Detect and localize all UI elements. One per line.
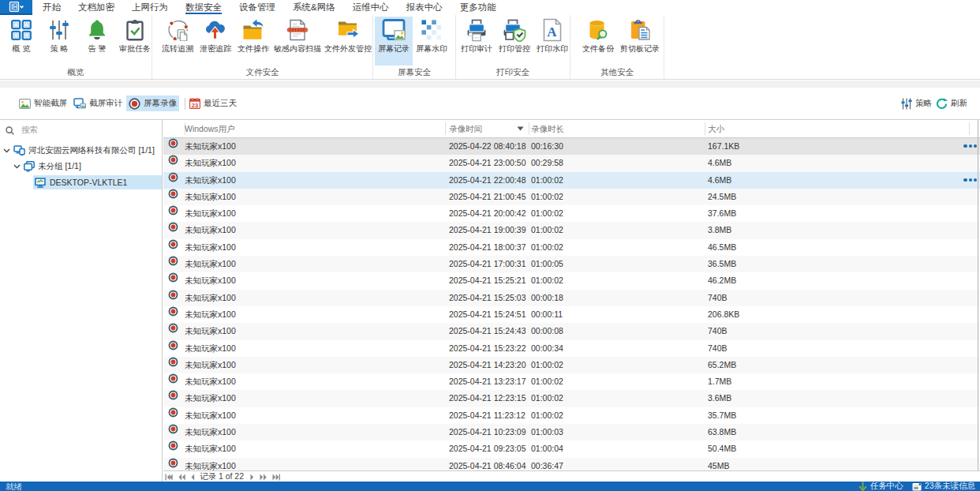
record-dot-icon [168,155,178,165]
ribbon-button-sensitive-scan[interactable]: 敏感内容扫描 [272,17,323,66]
ribbon-button-alert-bell[interactable]: 告 警 [78,17,116,66]
page-last-icon[interactable] [272,474,280,481]
table-row-18[interactable]: 未知玩家x1002025-04-21 10:23:0901:00:0363.8M… [163,424,980,440]
trace-flow-icon [166,18,189,42]
table-row-15[interactable]: 未知玩家x1002025-04-21 13:23:1701:00:021.7MB [163,373,980,390]
tree-node-3[interactable]: DESKTOP-VLKTLE1 [0,174,162,190]
menu-tab-8[interactable]: 报表中心 [398,0,451,15]
page-fastprev-icon[interactable] [178,474,185,481]
page-fastnext-icon[interactable] [260,474,267,481]
toolbar-button-screenshot-audit[interactable]: 截屏审计 [71,96,125,111]
menu-tab-5[interactable]: 设备管理 [230,0,284,15]
cell-duration: 01:00:02 [531,373,563,390]
unread-messages-button[interactable]: 23条未读信息 [912,481,975,491]
ribbon-button-screen-watermark[interactable]: 屏幕水印 [413,17,451,66]
search-placeholder: 搜索 [21,125,38,136]
cell-time: 2025-04-21 15:25:03 [449,290,526,306]
table-row-8[interactable]: 未知玩家x1002025-04-21 17:00:3101:00:0536.5M… [163,256,980,272]
table-row-2[interactable]: 未知玩家x1002025-04-21 23:00:5000:29:584.6MB [163,155,980,171]
cell-time: 2025-04-21 23:00:50 [449,155,526,171]
table-row-20[interactable]: 未知玩家x1002025-04-21 08:46:0400:36:4745MB [163,458,980,470]
computer-icon [34,177,47,188]
ribbon-group: 概 览策 略告 警审批任务概览 [0,15,152,79]
scrollbar[interactable] [978,120,978,470]
row-actions-ellipsis-icon[interactable] [963,144,977,148]
ribbon-button-trace-flow[interactable]: 流转追溯 [159,17,196,66]
toolbar-left-buttons: 智能截屏截屏审计屏幕录像23最近三天 [15,96,239,111]
table-row-5[interactable]: 未知玩家x1002025-04-21 20:00:4201:00:0237.6M… [163,205,980,222]
row-actions-ellipsis-icon[interactable] [963,178,977,182]
page-prev-icon[interactable] [191,474,195,481]
chevron-down-icon[interactable] [13,164,21,169]
menu-tab-7[interactable]: 运维中心 [344,0,398,15]
table-row-19[interactable]: 未知玩家x1002025-04-21 09:23:0501:00:0450.4M… [163,440,980,457]
task-center-button[interactable]: 任务中心 [858,481,903,491]
content-area: 搜索 河北安固云网络科技有限公司 [1/1]未分组 [1/1]DESKTOP-V… [0,119,980,482]
chevron-down-icon[interactable] [3,148,10,153]
ribbon-button-print-audit[interactable]: 打印审计 [458,17,496,66]
toolbar-button-refresh[interactable]: 刷新 [936,96,967,111]
cell-duration: 01:00:03 [531,424,563,440]
ribbon-button-file-operation-folder[interactable]: 文件操作 [234,17,272,66]
app-menu-button[interactable] [0,0,32,15]
table-row-6[interactable]: 未知玩家x1002025-04-21 19:00:3901:00:023.8MB [163,222,980,238]
sort-desc-icon[interactable] [517,126,524,131]
cell-time: 2025-04-21 13:23:17 [449,373,526,390]
table-row-7[interactable]: 未知玩家x1002025-04-21 18:00:3701:00:0246.5M… [163,239,980,256]
toolbar-button-screen-video[interactable]: 屏幕录像 [126,96,179,111]
ribbon-button-approval-clipboard[interactable]: 审批任务 [116,17,154,66]
ribbon-button-leak-track-cloud[interactable]: 泄密追踪 [196,17,234,66]
search-box[interactable]: 搜索 [0,120,162,141]
cell-size: 740B [708,290,728,306]
menu-tab-2[interactable]: 文档加密 [69,0,123,15]
toolbar-button-policy-small[interactable]: 策略 [901,96,932,111]
ribbon-button-policy-sliders[interactable]: 策 略 [40,17,78,66]
ribbon-button-file-backup[interactable]: 文件备份 [579,17,617,66]
ribbon-button-print-control[interactable]: 打印管控 [496,17,533,66]
table-row-14[interactable]: 未知玩家x1002025-04-21 14:23:2001:00:0265.2M… [163,357,980,373]
policy-sliders-icon [48,18,70,42]
table-row-11[interactable]: 未知玩家x1002025-04-21 15:24:5100:00:11206.8… [163,306,980,323]
application-window: 开始文档加密上网行为数据安全设备管理系统&网络运维中心报表中心更多功能 概 览策… [0,0,980,491]
tree-node-1[interactable]: 河北安固云网络科技有限公司 [1/1] [0,143,162,159]
menu-tab-6[interactable]: 系统&网络 [284,0,344,15]
page-next-icon[interactable] [250,474,254,481]
ribbon-button-print-watermark[interactable]: A打印水印 [533,17,571,66]
status-right: 任务中心 23条未读信息 [858,481,975,491]
table-row-16[interactable]: 未知玩家x1002025-04-21 12:23:1501:00:023.6MB [163,390,980,407]
table-row-13[interactable]: 未知玩家x1002025-04-21 15:23:2200:00:34740B [163,340,980,357]
ribbon-button-clipboard-record[interactable]: 剪切板记录 [617,17,663,66]
ribbon-button-screen-record[interactable]: 屏幕记录 [375,17,413,66]
table-row-9[interactable]: 未知玩家x1002025-04-21 15:25:2101:00:0246.2M… [163,272,980,289]
table-row-3[interactable]: 未知玩家x1002025-04-21 22:00:4801:00:024.6MB [163,172,980,189]
table-row-4[interactable]: 未知玩家x1002025-04-21 21:00:4501:00:0224.5M… [163,189,980,205]
ribbon-group: 文件备份剪切板记录其他安全 [570,15,664,79]
approval-clipboard-icon [124,18,146,42]
column-header-2[interactable]: 录像时间 [449,120,482,137]
table-row-12[interactable]: 未知玩家x1002025-04-21 15:24:4300:00:08740B [163,323,980,339]
table-row-10[interactable]: 未知玩家x1002025-04-21 15:25:0300:00:18740B [163,290,980,306]
screen-watermark-icon [421,18,442,42]
tree-node-2[interactable]: 未分组 [1/1] [0,159,162,174]
cell-time: 2025-04-21 15:24:51 [449,306,526,323]
ribbon-button-file-outgoing-folder[interactable]: 文件外发管控 [323,17,373,66]
cell-duration: 01:00:02 [531,357,563,373]
table-row-17[interactable]: 未知玩家x1002025-04-21 11:23:1201:00:0235.7M… [163,407,980,424]
column-header-3[interactable]: 录像时长 [531,120,564,137]
policy-small-icon [901,98,912,110]
menu-tab-1[interactable]: 开始 [34,0,69,15]
toolbar-button-smart-screenshot[interactable]: 智能截屏 [17,96,69,111]
toolbar-button-calendar[interactable]: 23最近三天 [187,96,239,111]
page-first-icon[interactable] [165,474,173,481]
menu-tab-9[interactable]: 更多功能 [451,0,505,15]
toolbar-right-buttons: 策略刷新 [900,88,967,119]
ribbon-button-overview-grid[interactable]: 概 览 [2,17,40,66]
column-header-4[interactable]: 大小 [708,120,724,137]
column-header-1[interactable]: Windows用户 [185,120,235,137]
menu-tab-3[interactable]: 上网行为 [123,0,177,15]
tree-node-label: DESKTOP-VLKTLE1 [50,178,127,187]
svg-text:23: 23 [192,102,198,109]
company-icon [13,145,25,156]
table-row-1[interactable]: 未知玩家x1002025-04-22 08:40:1800:16:30167.1… [163,138,980,155]
menu-tab-4[interactable]: 数据安全 [177,0,230,15]
